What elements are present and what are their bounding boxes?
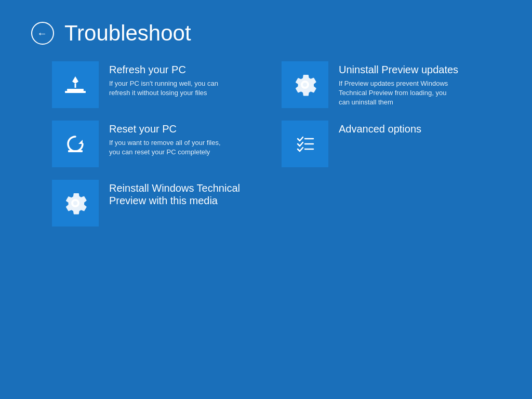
svg-rect-0 <box>67 89 84 91</box>
reset-pc-icon-box <box>52 121 99 167</box>
option-refresh-pc[interactable]: Refresh your PC If your PC isn't running… <box>52 61 250 108</box>
refresh-pc-desc: If your PC isn't running well, you can r… <box>109 79 223 98</box>
svg-rect-5 <box>68 150 83 152</box>
back-arrow-icon: ← <box>37 28 47 38</box>
uninstall-updates-icon-box <box>282 61 328 108</box>
advanced-options-icon-box <box>282 121 328 167</box>
advanced-options-text: Advanced options <box>339 121 421 138</box>
refresh-pc-text: Refresh your PC If your PC isn't running… <box>109 61 223 98</box>
gear-uninstall-icon <box>292 72 317 97</box>
option-reinstall-windows[interactable]: Reinstall Windows Technical Preview with… <box>52 180 250 227</box>
uninstall-updates-text: Uninstall Preview updates If Preview upd… <box>339 61 458 108</box>
option-reset-pc[interactable]: Reset your PC If you want to remove all … <box>52 121 250 167</box>
reinstall-icon-box <box>52 180 99 227</box>
page-title: Troubleshoot <box>64 21 191 46</box>
option-advanced-options[interactable]: Advanced options <box>282 121 480 167</box>
reset-icon <box>63 131 88 156</box>
advanced-options-title: Advanced options <box>339 123 421 135</box>
refresh-icon <box>63 72 88 97</box>
reset-pc-desc: If you want to remove all of your files,… <box>109 138 223 157</box>
refresh-pc-icon-box <box>52 61 99 108</box>
svg-rect-1 <box>65 91 86 93</box>
gear-reinstall-icon <box>63 191 88 216</box>
checklist-icon <box>292 131 317 156</box>
options-grid: Refresh your PC If your PC isn't running… <box>0 61 532 239</box>
svg-marker-4 <box>78 140 83 144</box>
uninstall-updates-title: Uninstall Preview updates <box>339 63 458 76</box>
reinstall-text: Reinstall Windows Technical Preview with… <box>109 180 250 210</box>
reset-pc-text: Reset your PC If you want to remove all … <box>109 121 223 157</box>
svg-marker-2 <box>72 76 78 84</box>
refresh-pc-title: Refresh your PC <box>109 63 223 76</box>
back-button[interactable]: ← <box>31 22 54 45</box>
reset-pc-title: Reset your PC <box>109 123 223 135</box>
uninstall-updates-desc: If Preview updates prevent Windows Techn… <box>339 79 453 108</box>
option-uninstall-updates[interactable]: Uninstall Preview updates If Preview upd… <box>282 61 480 108</box>
reinstall-title: Reinstall Windows Technical Preview with… <box>109 182 250 207</box>
